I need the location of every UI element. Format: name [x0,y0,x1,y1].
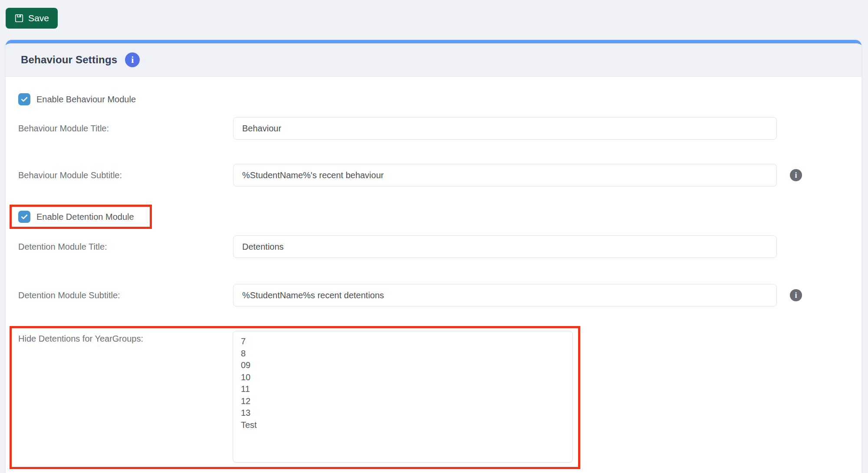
enable-behaviour-row: Enable Behaviour Module [18,93,861,105]
enable-detention-row: Enable Detention Module [18,211,150,223]
hide-yeargroups-listbox[interactable]: 7 8 09 10 11 12 13 Test [233,331,573,463]
yeargroups-highlight-box: Hide Detentions for YearGroups: 7 8 09 1… [10,326,580,469]
panel-title: Behaviour Settings [21,54,117,66]
save-button[interactable]: Save [6,8,58,29]
behaviour-title-row: Behaviour Module Title: [18,117,861,140]
behaviour-subtitle-input[interactable] [233,164,777,186]
enable-behaviour-checkbox[interactable] [18,93,30,105]
info-icon[interactable]: i [790,169,802,181]
yeargroup-option[interactable]: 09 [241,359,572,372]
detention-subtitle-input[interactable] [233,284,777,307]
yeargroup-option[interactable]: 8 [241,348,572,360]
detention-highlight-box: Enable Detention Module [10,205,152,229]
hide-yeargroups-label: Hide Detentions for YearGroups: [18,334,233,344]
enable-behaviour-label: Enable Behaviour Module [36,95,136,104]
panel-header: Behaviour Settings i [6,43,861,77]
yeargroup-option[interactable]: 11 [241,383,572,395]
checkmark-icon [20,212,29,221]
detention-title-input[interactable] [233,235,777,258]
info-icon[interactable]: i [790,289,802,301]
behaviour-title-label: Behaviour Module Title: [18,124,233,134]
save-button-label: Save [28,13,49,23]
detention-subtitle-row: Detention Module Subtitle: i [18,284,861,307]
info-glyph: i [795,291,797,300]
enable-detention-label: Enable Detention Module [36,212,134,222]
behaviour-subtitle-label: Behaviour Module Subtitle: [18,170,233,180]
yeargroup-option[interactable]: 12 [241,395,572,408]
behaviour-title-input[interactable] [233,117,777,140]
detention-title-row: Detention Module Title: [18,235,861,258]
enable-detention-checkbox[interactable] [18,211,30,223]
floppy-disk-icon [14,13,24,23]
info-glyph: i [131,54,134,65]
toolbar: Save [0,0,868,40]
info-glyph: i [795,171,797,180]
yeargroup-option[interactable]: 7 [241,336,572,348]
yeargroup-option[interactable]: 13 [241,407,572,419]
info-icon[interactable]: i [125,52,140,67]
behaviour-settings-panel: Behaviour Settings i Enable Behaviour Mo… [6,40,861,473]
detention-title-label: Detention Module Title: [18,242,233,252]
yeargroup-option[interactable]: Test [241,419,572,431]
panel-body: Enable Behaviour Module Behaviour Module… [6,77,861,469]
behaviour-subtitle-row: Behaviour Module Subtitle: i [18,164,861,186]
checkmark-icon [20,95,29,104]
detention-subtitle-label: Detention Module Subtitle: [18,290,233,300]
yeargroup-option[interactable]: 10 [241,372,572,384]
